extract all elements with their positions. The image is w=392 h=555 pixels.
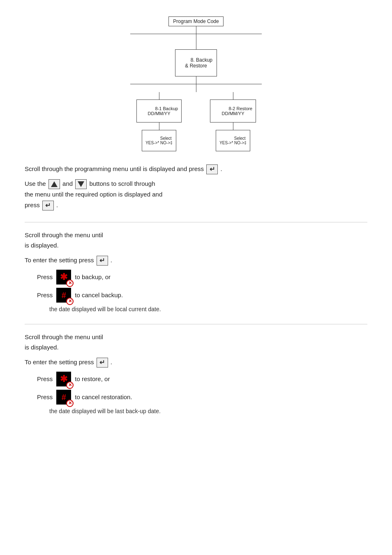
enter-icon-4: ↵ xyxy=(99,357,105,368)
restore-press-yes-row: Press ✱ ✕ to restore, or xyxy=(25,372,367,386)
scroll-para-1: Scroll through the programming menu unti… xyxy=(25,164,367,174)
x-mark-1: ✕ xyxy=(68,279,72,287)
restore-note: the date displayed will be last back-up … xyxy=(25,408,367,414)
scroll-para-2: Use the and buttons to scroll through th… xyxy=(25,178,367,210)
restore-press2-suffix: to cancel restoration. xyxy=(75,392,132,402)
enter-icon-3: ↵ xyxy=(99,255,105,266)
backup-note: the date displayed will be local current… xyxy=(25,306,367,312)
asterisk-key-2: ✱ ✕ xyxy=(56,372,71,386)
restore-section: Scroll through the menu until is display… xyxy=(25,332,367,414)
backup-scroll-text: Scroll through the menu until is display… xyxy=(25,230,367,251)
down-arrow-icon xyxy=(78,181,84,187)
enter-button-4: ↵ xyxy=(97,358,108,368)
flowchart: Program Mode Code 8. Ba xyxy=(25,16,367,151)
backup-enter-row: To enter the setting press ↵ . xyxy=(25,255,367,266)
circle-badge-1: ✕ xyxy=(66,280,74,287)
hash-key-1: # ✕ xyxy=(56,288,71,303)
enter-icon-2: ↵ xyxy=(45,200,51,211)
restore-enter-row: To enter the setting press ↵ . xyxy=(25,357,367,368)
fc-line3 xyxy=(196,76,196,84)
enter-button-3: ↵ xyxy=(97,256,108,266)
x-mark-3: ✕ xyxy=(68,381,72,389)
flowchart-right-sub: Select YES->* NO->‡ xyxy=(216,130,250,151)
backup-press2-suffix: to cancel backup. xyxy=(75,290,123,301)
fc-line1 xyxy=(196,26,196,34)
asterisk-key-1: ✱ ✕ xyxy=(56,270,71,284)
down-arrow-btn xyxy=(75,179,87,189)
flowchart-root-box: Program Mode Code xyxy=(168,16,223,26)
x-mark-2: ✕ xyxy=(68,297,72,305)
enter-icon-1: ↵ xyxy=(210,164,215,175)
restore-press1-label: Press xyxy=(37,374,53,384)
restore-press2-label: Press xyxy=(37,392,53,402)
hash-icon-2: # xyxy=(62,390,66,404)
backup-press1-suffix: to backup, or xyxy=(75,272,111,282)
flowchart-right-box: 8-2 Restore DD/MM/YY xyxy=(210,99,256,123)
flowchart-mid-box: 8. Backup & Restore xyxy=(175,49,217,76)
restore-press1-suffix: to restore, or xyxy=(75,374,110,384)
scroll-text-1: Scroll through the programming menu unti… xyxy=(25,165,141,172)
enter-button-1: ↵ xyxy=(206,164,218,174)
backup-press-no-row: Press # ✕ to cancel backup. xyxy=(25,288,367,303)
circle-badge-3: ✕ xyxy=(66,382,74,389)
fc-line2 xyxy=(196,42,196,49)
enter-button-2: ↵ xyxy=(42,201,54,210)
backup-section: Scroll through the menu until is display… xyxy=(25,230,367,312)
scroll-text-2: is displayed and press xyxy=(143,165,204,172)
up-arrow-icon xyxy=(51,181,58,187)
restore-press-no-row: Press # ✕ to cancel restoration. xyxy=(25,390,367,405)
hash-icon-1: # xyxy=(62,288,66,302)
backup-press2-label: Press xyxy=(37,290,53,301)
x-mark-4: ✕ xyxy=(68,399,72,407)
flowchart-left-box: 8-1 Backup DD/MM/YY xyxy=(136,99,182,123)
up-arrow-btn xyxy=(48,179,60,189)
backup-press1-label: Press xyxy=(37,272,53,282)
backup-press-yes-row: Press ✱ ✕ to backup, or xyxy=(25,270,367,284)
hash-key-2: # ✕ xyxy=(56,390,71,405)
circle-badge-4: ✕ xyxy=(66,400,74,407)
flowchart-left-sub: Select YES->* NO->‡ xyxy=(142,130,176,151)
restore-scroll-text: Scroll through the menu until is display… xyxy=(25,332,367,353)
scroll-section-1: Scroll through the programming menu unti… xyxy=(25,164,367,210)
circle-badge-2: ✕ xyxy=(66,298,74,305)
